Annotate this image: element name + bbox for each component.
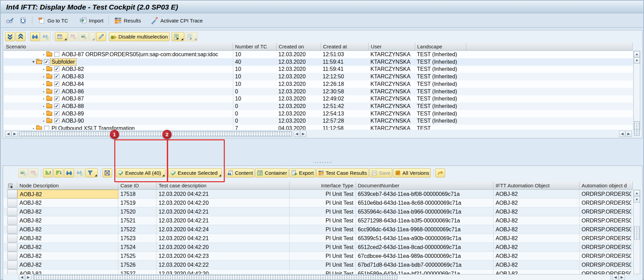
grid-scroll-right-button[interactable]: ▶: [25, 274, 31, 280]
col-interface-type[interactable]: Interface Type: [290, 182, 356, 190]
row-select-button[interactable]: [7, 190, 17, 198]
tree-vscroll-thumb[interactable]: [634, 121, 640, 136]
grid-cell-interface_type[interactable]: PI Unit Test: [290, 199, 356, 207]
grid-cell-case_id[interactable]: 17518: [118, 190, 157, 199]
grid-cell-document_number[interactable]: 651b589a-643d-11ea-bf21-00000069c71a: [356, 269, 494, 274]
tree-scroll-right-button-3[interactable]: ▶: [626, 131, 632, 137]
tree-row[interactable]: •AOBJ-86012.03.202012:30:58KTARCZYNSKATE…: [4, 88, 633, 95]
grid-cell-iftt_object[interactable]: AOBJ-82: [494, 207, 580, 216]
grid-cell-iftt_object[interactable]: AOBJ-82: [494, 199, 580, 207]
grid-cell-automation_object[interactable]: ORDRSP.ORDERS05: [580, 243, 631, 252]
column-settings-button[interactable]: [55, 32, 68, 41]
layout-grid-button[interactable]: [102, 168, 112, 177]
tree-row[interactable]: •AOBJ-90012.03.202012:57:28KTARCZYNSKATE…: [4, 117, 633, 125]
row-select-button[interactable]: [7, 243, 17, 251]
grid-cell-document_number[interactable]: 6cc906dc-643d-11ea-9968-00000069c71a: [356, 225, 494, 234]
tree-scroll-right-button[interactable]: ▶: [12, 131, 18, 137]
grid-scroll-right-button-2[interactable]: ▶: [619, 274, 625, 280]
grid-cell-node[interactable]: AOBJ-82: [17, 207, 118, 216]
grid-cell-node[interactable]: AOBJ-82: [17, 252, 118, 261]
grid-cell-description[interactable]: 12.03.2020 04:42:21: [157, 234, 290, 243]
node-checkbox[interactable]: [44, 59, 49, 64]
tree-row[interactable]: •AOBJ-87 ORDRSP.ORDERS05|urn:sap-com:doc…: [4, 51, 633, 58]
grid-cell-node[interactable]: AOBJ-82: [17, 199, 118, 207]
node-label[interactable]: AOBJ-84: [61, 80, 85, 88]
node-checkbox[interactable]: [54, 74, 59, 79]
node-label[interactable]: AOBJ-83: [61, 73, 85, 80]
table-row[interactable]: AOBJ-821752512.03.2020 04:42:23PI Unit T…: [4, 252, 633, 261]
grid-cell-description[interactable]: 12.03.2020 04:42:22: [157, 261, 290, 269]
grid-cell-document_number[interactable]: 65399c51-643d-11ea-a90b-00000069c71a: [356, 234, 494, 243]
grid-vscrollbar[interactable]: ▲ ▼: [633, 190, 640, 274]
grid-cell-case_id[interactable]: 17524: [118, 243, 157, 252]
grid-cell-interface_type[interactable]: PI Unit Test: [290, 207, 356, 216]
tree-row[interactable]: •AOBJ-871012.03.202012:49:02KTARCZYNSKAT…: [4, 95, 633, 103]
grid-vscroll-thumb[interactable]: [634, 226, 640, 240]
content-button[interactable]: Content: [225, 168, 255, 177]
grid-hscroll-thumb[interactable]: [34, 275, 397, 280]
grid-cell-node[interactable]: AOBJ-82: [17, 243, 118, 252]
grid-cell-interface_type[interactable]: PI Unit Test: [290, 190, 356, 199]
node-checkbox[interactable]: [54, 66, 59, 72]
grid-cell-iftt_object[interactable]: AOBJ-82: [494, 252, 580, 261]
grid-cell-interface_type[interactable]: PI Unit Test: [290, 243, 356, 252]
grid-cell-description[interactable]: 12.03.2020 04:42:21: [157, 216, 290, 225]
goto-tc-button[interactable]: Go to TC: [35, 15, 71, 26]
grid-cell-case_id[interactable]: 17519: [118, 199, 157, 207]
tree-scroll-left-button-3[interactable]: ◀: [619, 131, 625, 137]
test-case-results-button[interactable]: Test Case Results: [316, 168, 369, 177]
more-options-button[interactable]: [89, 32, 96, 41]
edit-button[interactable]: [96, 32, 106, 41]
execute-selected-button[interactable]: Execute Selected: [168, 168, 222, 177]
all-versions-button[interactable]: All Versions: [393, 168, 431, 177]
tree-row[interactable]: •AOBJ-821012.03.202011:59:41KTARCZYNSKAT…: [4, 65, 633, 73]
grid-scroll-left-button[interactable]: ◀: [19, 274, 25, 280]
node-label[interactable]: AOBJ-90: [61, 117, 85, 125]
grid-cell-description[interactable]: 12.03.2020 04:42:24: [157, 225, 290, 234]
grid-cell-case_id[interactable]: 17521: [118, 216, 157, 225]
tree-row[interactable]: •AOBJ-841012.03.202012:26:18KTARCZYNSKAT…: [4, 80, 633, 88]
col-iftt-automation-object[interactable]: IFTT Automation Object: [494, 182, 580, 190]
col-case-id[interactable]: Case ID: [118, 182, 157, 190]
table-row[interactable]: AOBJ-821752212.03.2020 04:42:24PI Unit T…: [4, 225, 633, 234]
col-test-case-description[interactable]: Test case description: [157, 182, 290, 190]
table-row[interactable]: AOBJ-821752312.03.2020 04:42:21PI Unit T…: [4, 234, 633, 243]
node-checkbox[interactable]: [54, 96, 59, 101]
execute-all-button[interactable]: Execute All (40): [116, 168, 165, 177]
node-label[interactable]: AOBJ-82: [61, 65, 85, 73]
node-label[interactable]: Subfolder: [50, 59, 76, 65]
col-automation-object-description[interactable]: Automation object d: [580, 182, 633, 190]
grid-cell-document_number[interactable]: 6535964c-643d-11ea-b966-00000069c71a: [356, 207, 494, 216]
col-document-number[interactable]: DocumentNumber: [356, 182, 494, 190]
grid-cell-iftt_object[interactable]: AOBJ-82: [494, 243, 580, 252]
node-label[interactable]: AOBJ-89: [61, 110, 85, 118]
tree-hscrollbar[interactable]: [19, 131, 292, 137]
grid-cell-automation_object[interactable]: ORDRSP.ORDERS05: [580, 234, 631, 243]
node-label[interactable]: AOBJ-88: [61, 103, 85, 110]
tree-row[interactable]: •AOBJ-89012.03.202012:54:13KTARCZYNSKATE…: [4, 110, 633, 118]
row-select-button[interactable]: [7, 225, 17, 234]
view-layout-alt-button[interactable]: [185, 32, 197, 41]
grid-cell-description[interactable]: 12.03.2020 04:42:20: [157, 199, 290, 207]
refresh-results-button[interactable]: [435, 168, 445, 177]
collapse-node-icon[interactable]: ▼: [31, 58, 36, 66]
grid-cell-iftt_object[interactable]: AOBJ-82: [494, 190, 580, 199]
filter-button[interactable]: [85, 168, 98, 177]
grid-cell-automation_object[interactable]: ORDRSP.ORDERS05: [580, 225, 631, 234]
view-layout-button[interactable]: [172, 32, 184, 41]
row-select-header[interactable]: [7, 182, 17, 190]
grid-hscrollbar[interactable]: [33, 274, 611, 280]
grid-cell-case_id[interactable]: 17522: [118, 225, 157, 234]
grid-cell-automation_object[interactable]: ORDRSP.ORDERS05: [580, 207, 631, 216]
grid-cell-interface_type[interactable]: PI Unit Test: [290, 216, 356, 225]
grid-cell-document_number[interactable]: 65271298-643d-11ea-b3f5-00000069c71a: [356, 216, 494, 225]
panel-splitter[interactable]: [313, 161, 332, 164]
grid-cell-description[interactable]: 12.03.2020 04:42:20: [157, 269, 290, 274]
grid-cell-document_number[interactable]: 67cdbcee-643d-11ea-989a-00000069c71a: [356, 252, 494, 261]
disable-multiselection-button[interactable]: Disable multiselection: [109, 32, 170, 41]
display-change-button[interactable]: [3, 15, 16, 26]
grid-cell-case_id[interactable]: 17527: [118, 269, 157, 274]
node-label[interactable]: AOBJ-86: [61, 88, 85, 95]
grid-cell-node[interactable]: AOBJ-82: [17, 269, 118, 274]
col-node-description[interactable]: Node Description: [17, 182, 118, 190]
